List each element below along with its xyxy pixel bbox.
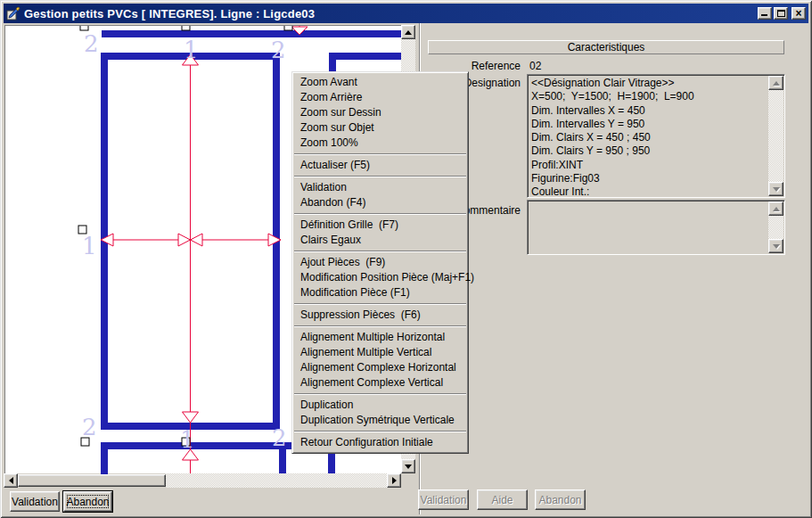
scroll-down-button[interactable] [401, 459, 415, 473]
app-icon [6, 6, 21, 21]
menu-item[interactable]: Duplication Symétrique Verticale [293, 413, 467, 428]
validation-button[interactable]: Validation [10, 491, 60, 512]
menu-separator [294, 213, 466, 215]
menu-item[interactable]: Zoom Arrière [293, 90, 467, 105]
menu-separator [294, 176, 466, 177]
menu-item[interactable]: Modification Position Pièce (Maj+F1) [293, 270, 467, 285]
menu-item[interactable]: Clairs Egaux [293, 233, 467, 248]
abandon-button[interactable]: Abandon [63, 491, 112, 512]
abandon-button-disabled[interactable]: Abandon [535, 489, 586, 510]
menu-item[interactable]: Zoom 100% [293, 136, 467, 151]
validation-button-disabled[interactable]: Validation [418, 489, 469, 510]
title-bar: Gestion petits PVCs [ INTEGRES]. Ligne :… [4, 4, 808, 23]
arrow-up-icon [405, 30, 412, 35]
menu-item[interactable]: Alignement Complexe Vertical [293, 375, 467, 391]
menu-separator [294, 251, 466, 252]
comment-text [529, 201, 768, 253]
arrow-down-icon [405, 465, 412, 469]
minimize-button[interactable] [758, 7, 772, 20]
close-icon: × [795, 9, 801, 18]
designation-text: <<Désignation Clair Vitrage>> X=500; Y=1… [529, 76, 768, 196]
menu-item[interactable]: Actualiser (F5) [293, 158, 467, 173]
menu-item[interactable]: Zoom Avant [293, 75, 467, 90]
menu-item[interactable]: Zoom sur Objet [293, 120, 467, 136]
reference-value: 02 [529, 60, 541, 72]
scroll-track[interactable] [768, 90, 783, 182]
drawing-label: 2 [271, 37, 286, 63]
maximize-button[interactable] [774, 7, 788, 20]
menu-item[interactable]: Abandon (F4) [293, 195, 467, 210]
horizontal-scrollbar[interactable] [4, 473, 401, 488]
menu-item[interactable]: Zoom sur Dessin [293, 105, 467, 120]
scroll-track[interactable] [768, 216, 783, 239]
reference-label: Reference [440, 60, 521, 72]
app-window: Gestion petits PVCs [ INTEGRES]. Ligne :… [0, 0, 812, 518]
drawing-label: 1 [180, 426, 195, 453]
menu-separator [294, 325, 466, 327]
menu-separator [294, 393, 466, 395]
arrow-down-icon [773, 244, 780, 249]
menu-item[interactable]: Alignement Multiple Vertical [293, 345, 467, 360]
arrow-left-icon [9, 477, 13, 484]
menu-separator [294, 153, 466, 155]
scroll-up-button[interactable] [768, 201, 783, 216]
arrow-up-icon [773, 81, 780, 86]
menu-item[interactable]: Définition Grille (F7) [293, 218, 467, 233]
menu-separator [294, 431, 466, 432]
drawing-label: 2 [82, 414, 97, 440]
client-area: 2121212 Caracteristiques Reference 02 De… [4, 23, 808, 514]
comment-scrollbar[interactable] [768, 201, 783, 253]
menu-item[interactable]: Validation [293, 180, 467, 195]
maximize-icon [777, 10, 785, 17]
menu-item[interactable]: Retour Configuration Initiale [293, 435, 467, 450]
scroll-up-button[interactable] [401, 25, 415, 39]
aide-button-disabled[interactable]: Aide [477, 489, 528, 510]
menu-item[interactable]: Suppression Pièces (F6) [293, 308, 467, 323]
minimize-icon [761, 14, 767, 16]
horizontal-scroll-thumb[interactable] [18, 474, 166, 487]
arrow-down-icon [773, 187, 780, 192]
characteristics-header: Caracteristiques [428, 40, 784, 54]
context-menu: Zoom AvantZoom ArrièreZoom sur DessinZoo… [291, 71, 469, 454]
dimension-lines [101, 26, 299, 473]
horizontal-scroll-track[interactable] [166, 473, 387, 488]
drawing-label: 1 [82, 233, 97, 259]
arrow-right-icon [392, 477, 397, 484]
close-button[interactable]: × [791, 7, 806, 20]
scroll-down-button[interactable] [768, 182, 783, 196]
comment-field[interactable] [527, 200, 785, 255]
menu-item[interactable]: Ajout Pièces (F9) [293, 255, 467, 270]
scroll-right-button[interactable] [387, 473, 401, 488]
scroll-left-button[interactable] [4, 473, 18, 488]
menu-item[interactable]: Modification Pièce (F1) [293, 285, 467, 300]
scroll-up-button[interactable] [768, 76, 783, 90]
menu-item[interactable]: Alignement Multiple Horizontal [293, 330, 467, 345]
designation-field[interactable]: <<Désignation Clair Vitrage>> X=500; Y=1… [527, 74, 785, 198]
menu-item[interactable]: Duplication [293, 398, 467, 413]
menu-separator [294, 303, 466, 305]
drawing-label: 1 [184, 37, 199, 63]
drawing-label: 2 [272, 424, 287, 451]
window-title: Gestion petits PVCs [ INTEGRES]. Ligne :… [24, 7, 756, 21]
scroll-down-button[interactable] [768, 239, 783, 253]
drawing-label: 2 [84, 30, 99, 57]
arrow-up-icon [773, 207, 780, 211]
designation-scrollbar[interactable] [768, 76, 783, 196]
menu-item[interactable]: Alignement Complexe Horizontal [293, 360, 467, 375]
